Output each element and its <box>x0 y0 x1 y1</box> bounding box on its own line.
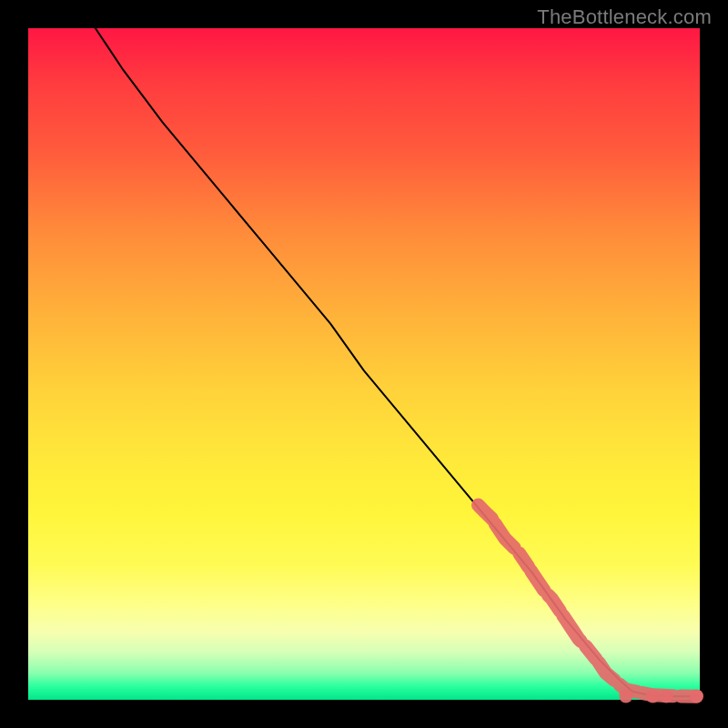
watermark-text: TheBottleneck.com <box>537 5 712 29</box>
svg-point-0 <box>619 689 632 703</box>
chart-frame: TheBottleneck.com <box>0 0 728 728</box>
svg-point-2 <box>660 689 673 703</box>
svg-point-3 <box>690 689 703 703</box>
highlight-dots <box>479 505 703 703</box>
curve-line <box>96 28 700 696</box>
chart-svg <box>28 28 700 700</box>
svg-point-1 <box>646 689 660 703</box>
